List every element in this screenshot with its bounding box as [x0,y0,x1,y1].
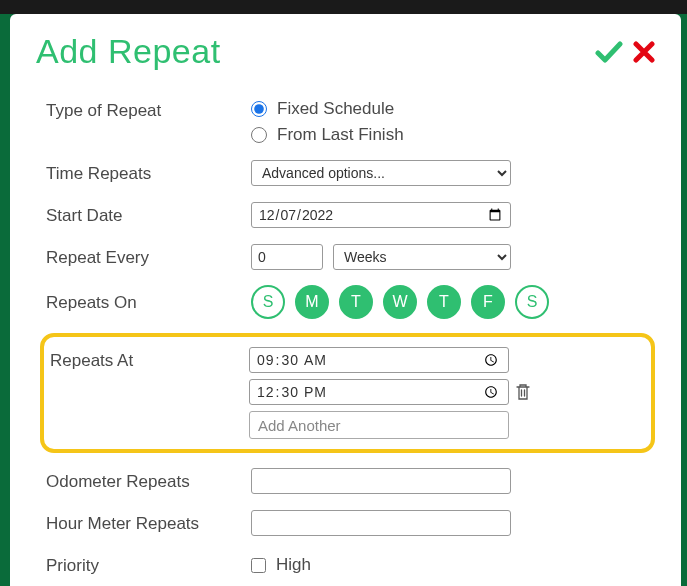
priority-high-checkbox[interactable] [251,558,266,573]
trash-icon [515,383,531,401]
repeats-at-highlight: Repeats At Add Another [40,333,655,453]
priority-high-label: High [276,555,311,575]
day-wed[interactable]: W [383,285,417,319]
repeats-at-time-0[interactable] [249,347,509,373]
confirm-button[interactable] [595,40,623,64]
day-thu[interactable]: T [427,285,461,319]
label-repeat-every: Repeat Every [46,246,251,268]
label-repeats-at: Repeats At [50,347,249,439]
row-time-repeats: Time Repeats Advanced options... [46,159,655,187]
row-repeat-every: Repeat Every Weeks [46,243,655,271]
day-sat[interactable]: S [515,285,549,319]
repeat-every-count-input[interactable] [251,244,323,270]
hour-meter-repeats-input[interactable] [251,510,511,536]
odometer-repeats-input[interactable] [251,468,511,494]
time-repeats-select[interactable]: Advanced options... [251,160,511,186]
label-start-date: Start Date [46,204,251,226]
day-fri[interactable]: F [471,285,505,319]
window-top-bar [0,0,687,14]
add-another-time-input[interactable]: Add Another [249,411,509,439]
row-repeats-on: Repeats On S M T W T F S [46,285,655,319]
row-odometer-repeats: Odometer Repeats [46,467,655,495]
repeats-at-time-1[interactable] [249,379,509,405]
row-hour-meter-repeats: Hour Meter Repeats [46,509,655,537]
label-priority: Priority [46,554,251,576]
repeats-at-row-1 [249,379,531,405]
day-sun[interactable]: S [251,285,285,319]
radio-from-last-finish-input[interactable] [251,127,267,143]
close-icon [633,41,655,63]
label-type-of-repeat: Type of Repeat [46,99,251,121]
label-repeats-on: Repeats On [46,291,251,313]
priority-high-check[interactable]: High [251,555,655,575]
type-of-repeat-controls: Fixed Schedule From Last Finish [251,99,655,145]
modal-title: Add Repeat [36,32,221,71]
form-body: Type of Repeat Fixed Schedule From Last … [36,99,655,579]
repeats-at-list: Add Another [249,347,531,439]
radio-from-last-finish[interactable]: From Last Finish [251,125,655,145]
radio-fixed-schedule[interactable]: Fixed Schedule [251,99,655,119]
header-actions [595,40,655,64]
row-type-of-repeat: Type of Repeat Fixed Schedule From Last … [46,99,655,145]
row-priority: Priority High [46,551,655,579]
cancel-button[interactable] [633,41,655,63]
radio-fixed-schedule-label: Fixed Schedule [277,99,394,119]
add-another-placeholder: Add Another [258,417,341,434]
repeats-at-row-0 [249,347,531,373]
day-tue[interactable]: T [339,285,373,319]
label-time-repeats: Time Repeats [46,162,251,184]
day-mon[interactable]: M [295,285,329,319]
label-hour-meter-repeats: Hour Meter Repeats [46,512,251,534]
label-odometer-repeats: Odometer Repeats [46,470,251,492]
radio-fixed-schedule-input[interactable] [251,101,267,117]
modal-header: Add Repeat [36,32,655,71]
delete-time-button[interactable] [515,383,531,401]
row-start-date: Start Date [46,201,655,229]
radio-from-last-finish-label: From Last Finish [277,125,404,145]
start-date-input[interactable] [251,202,511,228]
add-repeat-modal: Add Repeat Type of Repeat Fixed Schedule [10,14,681,586]
days-picker: S M T W T F S [251,285,655,319]
repeat-every-unit-select[interactable]: Weeks [333,244,511,270]
check-icon [595,40,623,64]
